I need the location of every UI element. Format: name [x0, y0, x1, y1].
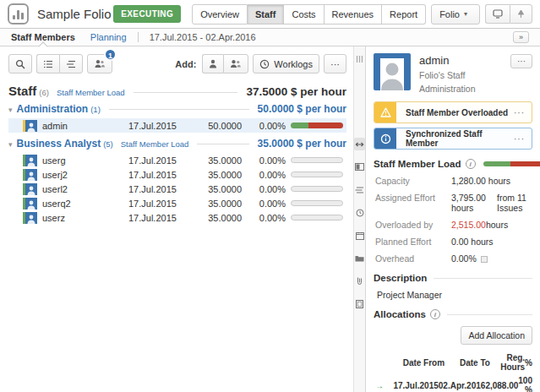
subnav-planning-link[interactable]: Planning	[90, 32, 127, 42]
allocation-row[interactable]: → 17.Jul.2015 02.Apr.2016 2,088.00 100 %	[375, 376, 532, 392]
add-label: Add:	[175, 59, 196, 69]
avatar	[23, 120, 37, 132]
monitor-icon	[493, 9, 503, 19]
info-circle-icon[interactable]: i	[466, 159, 476, 169]
top-bar: Sample Folio EXECUTING Overview Staff Co…	[0, 0, 540, 29]
add-person-button[interactable]	[202, 54, 223, 74]
issues-link[interactable]: from 11 Issues	[497, 193, 532, 213]
overhead-edit-icon[interactable]	[481, 256, 488, 263]
attachments-button[interactable]	[354, 275, 365, 287]
panel-divider-strip	[353, 46, 366, 392]
user-avatar-icon	[26, 122, 36, 132]
pin-button[interactable]	[510, 4, 532, 24]
load-bar	[291, 200, 343, 206]
divider	[109, 109, 249, 110]
allocations-table: Date From Date To Reg. Hours % → 17.Jul.…	[375, 353, 532, 392]
calendar-button[interactable]	[354, 229, 365, 242]
subnav-staff-members[interactable]: Staff Members	[11, 32, 75, 42]
folder-icon	[355, 254, 364, 262]
warning-banner: Staff Member Overloaded ···	[374, 101, 532, 123]
resize-width-button[interactable]	[354, 138, 365, 150]
collapse-caret-icon[interactable]: ▾	[8, 140, 13, 149]
documents-button[interactable]	[354, 252, 365, 264]
group-header-administration: ▾ Administration (1) 50.0000 $ per hour	[8, 103, 346, 115]
divider	[134, 92, 238, 93]
collapse-caret-icon[interactable]: ▾	[8, 106, 13, 114]
staff-detail-panel: admin Folio's Staff Administration ··· S…	[366, 46, 540, 392]
tab-report[interactable]: Report	[382, 4, 426, 24]
load-row-overloaded: Overloaded by2,515.00 hours	[375, 220, 532, 230]
divider	[447, 314, 532, 315]
info-circle-icon[interactable]: i	[430, 309, 440, 319]
user-avatar-icon	[377, 58, 407, 90]
page-title: Sample Folio	[37, 7, 112, 21]
main-area: 1 Add: Worklogs ··· Staff	[0, 46, 540, 392]
tab-staff[interactable]: Staff	[248, 4, 284, 24]
staff-row-userq2[interactable]: userq2 17.Jul.2015 35.0000 0.00%	[8, 196, 346, 210]
load-row-capacity: Capacity1,280.00 hours	[375, 176, 532, 186]
tab-overview[interactable]: Overview	[192, 4, 248, 24]
staff-load-link[interactable]: Staff Member Load	[57, 88, 125, 97]
avatar	[23, 212, 37, 224]
main-tabset: Overview Staff Costs Revenues Report	[192, 4, 426, 24]
avatar	[23, 169, 37, 181]
tab-costs[interactable]: Costs	[284, 4, 324, 24]
add-allocation-button[interactable]: Add Allocation	[461, 326, 532, 345]
staff-more-button[interactable]: ···	[324, 54, 346, 74]
journal-icon	[356, 300, 363, 308]
staff-row-admin[interactable]: admin 17.Jul.2015 50.0000 0.00%	[8, 118, 346, 133]
notes-button[interactable]	[354, 297, 365, 310]
load-bar	[291, 215, 343, 220]
staff-row-userg[interactable]: userg 17.Jul.2015 35.0000 0.00%	[8, 153, 346, 167]
row-arrow-icon: →	[375, 381, 387, 390]
load-bar	[291, 122, 343, 128]
search-icon	[15, 59, 25, 69]
folio-menu-button[interactable]: Folio ▾	[431, 4, 480, 24]
time-button[interactable]	[354, 206, 365, 219]
group-header-business-analyst: ▾ Business Analyst (5) Staff Member Load…	[8, 138, 346, 150]
detail-group: Administration	[419, 84, 476, 94]
detail-more-button[interactable]: ···	[510, 54, 532, 68]
load-bar-green	[291, 122, 308, 128]
add-group-button[interactable]	[223, 54, 248, 74]
staff-count: (6)	[39, 88, 49, 97]
profile-header: admin Folio's Staff Administration ···	[374, 53, 532, 94]
staff-members-filter-button[interactable]: 1	[87, 54, 112, 74]
search-button[interactable]	[8, 54, 32, 74]
details-card-button[interactable]	[354, 161, 365, 173]
staff-row-userz[interactable]: userz 17.Jul.2015 35.0000 0.00%	[8, 210, 346, 225]
staff-row-userl2[interactable]: userl2 17.Jul.2015 35.0000 0.00%	[8, 182, 346, 196]
staff-row-userj2[interactable]: userj2 17.Jul.2015 35.0000 0.00%	[8, 167, 346, 182]
worklogs-button[interactable]: Worklogs	[253, 54, 319, 74]
tab-revenues[interactable]: Revenues	[325, 4, 383, 24]
collapse-panel-button[interactable]: »	[513, 31, 529, 43]
list-view-button[interactable]	[36, 54, 59, 74]
banner-more-button[interactable]: ···	[514, 108, 532, 117]
filter-count-badge: 1	[104, 48, 117, 61]
people-icon	[94, 59, 106, 68]
staff-rate: 37.5000 $ per hour	[246, 85, 346, 98]
left-right-arrows-icon	[355, 141, 364, 148]
group-load-link[interactable]: Staff Member Load	[121, 139, 189, 149]
grouped-view-button[interactable]	[59, 54, 83, 74]
resize-grip-icon[interactable]	[354, 52, 365, 65]
group-rate: 50.0000 $ per hour	[258, 103, 346, 115]
chevron-down-icon: ▾	[464, 10, 467, 18]
banner-more-button[interactable]: ···	[514, 134, 532, 144]
list-view-icon	[43, 60, 53, 68]
screen-view-button[interactable]	[485, 4, 510, 24]
status-badge[interactable]: EXECUTING	[113, 5, 181, 23]
load-bar	[291, 172, 343, 177]
date-range[interactable]: 17.Jul.2015 - 02.Apr.2016	[150, 32, 256, 42]
divider	[197, 144, 248, 144]
user-avatar-icon	[26, 171, 36, 181]
clock-icon	[259, 59, 270, 69]
fields-button[interactable]	[354, 183, 365, 196]
load-section-header: Staff Member Load i	[374, 159, 532, 169]
add-group	[202, 54, 248, 74]
load-summary-bar	[483, 161, 540, 166]
allocations-actions: Add Allocation	[374, 326, 532, 345]
person-icon	[209, 59, 217, 68]
people-add-icon	[230, 59, 242, 68]
allocations-section-header: Allocations i	[374, 309, 532, 319]
